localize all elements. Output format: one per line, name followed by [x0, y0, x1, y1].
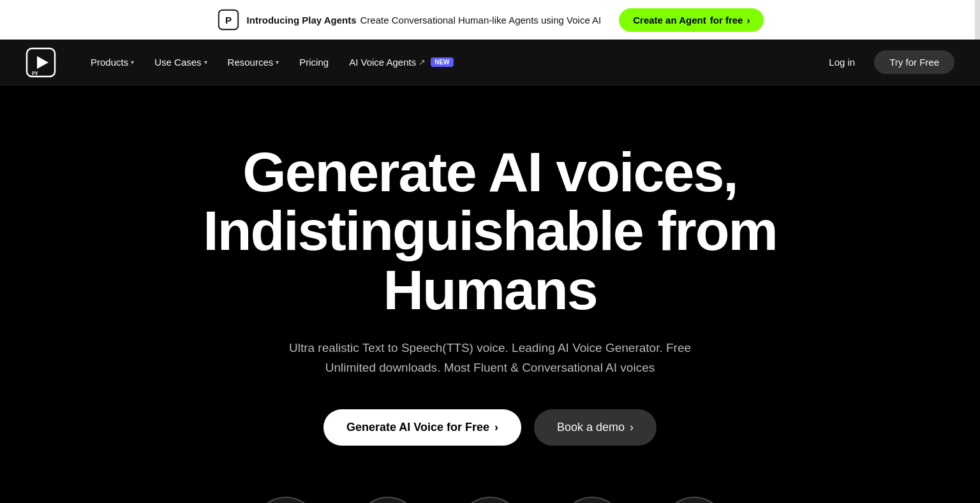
nav-item-pricing[interactable]: Pricing [290, 52, 338, 73]
play-button-3[interactable] [458, 497, 522, 503]
ai-voice-agents-external-icon: ↗ [419, 57, 426, 67]
create-agent-button[interactable]: Create an Agent for free › [619, 8, 764, 32]
resources-chevron-icon: ▾ [276, 59, 279, 66]
svg-marker-3 [37, 56, 48, 69]
scrollbar[interactable] [975, 0, 980, 40]
book-demo-button[interactable]: Book a demo › [534, 409, 657, 446]
generate-voice-arrow-icon: › [494, 421, 498, 434]
hero-title-line2: Indistinguishable from [203, 199, 777, 262]
navbar: py Products ▾ Use Cases ▾ Resources ▾ Pr… [0, 40, 980, 85]
use-cases-chevron-icon: ▾ [204, 59, 207, 66]
banner-cta-suffix: for free [710, 15, 743, 26]
banner-cta-arrow: › [746, 15, 750, 26]
nav-item-products[interactable]: Products ▾ [82, 52, 143, 73]
nav-right: Log in Try for Free [820, 50, 954, 74]
play-button-4[interactable] [560, 497, 624, 503]
hero-title-line3: Humans [383, 258, 597, 321]
book-demo-arrow-icon: › [630, 421, 634, 434]
generate-voice-label: Generate AI Voice for Free [346, 421, 489, 434]
svg-text:py: py [32, 69, 38, 75]
new-badge: NEW [431, 57, 453, 67]
hero-title-line1: Generate AI voices, [242, 140, 738, 203]
hero-title: Generate AI voices, Indistinguishable fr… [203, 143, 777, 319]
book-demo-label: Book a demo [557, 421, 625, 434]
login-link[interactable]: Log in [820, 52, 864, 73]
play-button-5[interactable] [662, 497, 726, 503]
hero-subtitle: Ultra realistic Text to Speech(TTS) voic… [273, 339, 707, 377]
play-button-1[interactable] [254, 497, 318, 503]
play-button-2[interactable] [356, 497, 420, 503]
nav-logo[interactable]: py [26, 47, 56, 78]
hero-buttons: Generate AI Voice for Free › Book a demo… [323, 409, 657, 446]
banner-cta-label: Create an Agent [633, 15, 706, 26]
nav-links: Products ▾ Use Cases ▾ Resources ▾ Prici… [82, 52, 820, 73]
banner-intro-description: Create Conversational Human-like Agents … [360, 15, 602, 26]
try-for-free-button[interactable]: Try for Free [874, 50, 954, 74]
banner-logo: P [216, 8, 241, 32]
play-buttons-row [0, 484, 980, 503]
nav-item-use-cases[interactable]: Use Cases ▾ [145, 52, 216, 73]
banner-intro-label: Introducing Play Agents [247, 15, 357, 26]
products-chevron-icon: ▾ [131, 59, 134, 66]
svg-text:P: P [225, 15, 231, 26]
nav-item-ai-voice-agents[interactable]: AI Voice Agents ↗ NEW [340, 52, 462, 73]
nav-item-resources[interactable]: Resources ▾ [219, 52, 288, 73]
hero-section: Generate AI voices, Indistinguishable fr… [0, 85, 980, 484]
generate-voice-button[interactable]: Generate AI Voice for Free › [323, 409, 521, 446]
top-banner: P Introducing Play Agents Create Convers… [0, 0, 980, 40]
banner-intro-text: Introducing Play Agents Create Conversat… [247, 15, 602, 26]
